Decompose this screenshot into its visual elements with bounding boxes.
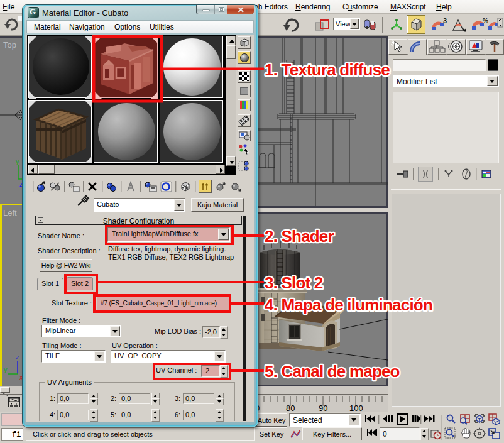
svg-text:80: 80 bbox=[286, 403, 295, 412]
svg-text:y: y bbox=[4, 366, 8, 373]
svg-text:100: 100 bbox=[349, 403, 363, 412]
svg-text:90: 90 bbox=[319, 403, 327, 412]
svg-text:3: 3 bbox=[443, 17, 447, 25]
svg-text:z: z bbox=[16, 353, 19, 361]
svg-text:y: y bbox=[16, 158, 19, 165]
